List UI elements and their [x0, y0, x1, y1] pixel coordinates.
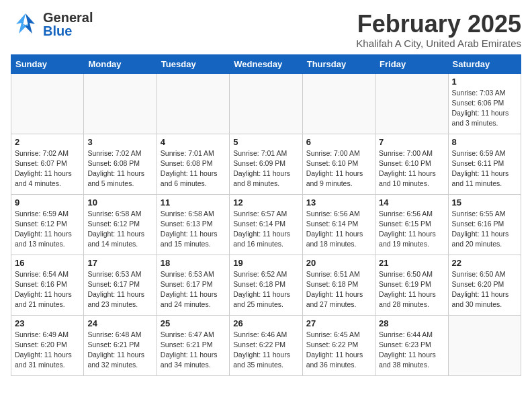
- logo: General Blue: [11, 11, 93, 38]
- month-title: February 2025: [356, 11, 521, 38]
- logo-bird-icon: [11, 11, 40, 38]
- day-info: Sunrise: 6:51 AM Sunset: 6:18 PM Dayligh…: [306, 269, 371, 310]
- title-section: February 2025 Khalifah A City, United Ar…: [356, 11, 521, 49]
- location-text: Khalifah A City, United Arab Emirates: [356, 38, 521, 49]
- calendar-day-cell: [302, 73, 375, 134]
- day-info: Sunrise: 6:46 AM Sunset: 6:22 PM Dayligh…: [233, 330, 298, 371]
- calendar-day-cell: [230, 73, 302, 134]
- day-number: 8: [452, 137, 517, 147]
- day-number: 27: [306, 318, 371, 328]
- calendar-week-row: 23Sunrise: 6:49 AM Sunset: 6:20 PM Dayli…: [11, 315, 521, 375]
- calendar-week-row: 9Sunrise: 6:59 AM Sunset: 6:12 PM Daylig…: [11, 194, 521, 255]
- day-info: Sunrise: 6:50 AM Sunset: 6:19 PM Dayligh…: [379, 269, 444, 310]
- calendar-day-cell: 12Sunrise: 6:57 AM Sunset: 6:14 PM Dayli…: [230, 194, 302, 255]
- day-info: Sunrise: 6:45 AM Sunset: 6:22 PM Dayligh…: [306, 330, 371, 371]
- day-info: Sunrise: 6:57 AM Sunset: 6:14 PM Dayligh…: [233, 209, 298, 250]
- day-info: Sunrise: 7:01 AM Sunset: 6:08 PM Dayligh…: [161, 148, 226, 189]
- day-info: Sunrise: 7:00 AM Sunset: 6:10 PM Dayligh…: [379, 148, 444, 189]
- day-number: 28: [379, 318, 444, 328]
- calendar-day-cell: 1Sunrise: 7:03 AM Sunset: 6:06 PM Daylig…: [448, 73, 521, 134]
- day-info: Sunrise: 7:03 AM Sunset: 6:06 PM Dayligh…: [452, 88, 517, 129]
- calendar-day-cell: 10Sunrise: 6:58 AM Sunset: 6:12 PM Dayli…: [84, 194, 157, 255]
- weekday-header-saturday: Saturday: [448, 54, 521, 73]
- calendar-day-cell: 2Sunrise: 7:02 AM Sunset: 6:07 PM Daylig…: [11, 134, 84, 194]
- day-number: 1: [452, 77, 517, 87]
- day-number: 3: [87, 137, 152, 147]
- calendar-day-cell: 7Sunrise: 7:00 AM Sunset: 6:10 PM Daylig…: [375, 134, 448, 194]
- calendar-day-cell: [11, 73, 84, 134]
- day-info: Sunrise: 6:52 AM Sunset: 6:18 PM Dayligh…: [233, 269, 298, 310]
- calendar-week-row: 2Sunrise: 7:02 AM Sunset: 6:07 PM Daylig…: [11, 134, 521, 194]
- calendar-day-cell: 11Sunrise: 6:58 AM Sunset: 6:13 PM Dayli…: [157, 194, 229, 255]
- day-number: 4: [161, 137, 226, 147]
- calendar-day-cell: 19Sunrise: 6:52 AM Sunset: 6:18 PM Dayli…: [230, 255, 302, 315]
- calendar-day-cell: 18Sunrise: 6:53 AM Sunset: 6:17 PM Dayli…: [157, 255, 229, 315]
- weekday-header-wednesday: Wednesday: [230, 54, 302, 73]
- calendar-day-cell: 24Sunrise: 6:48 AM Sunset: 6:21 PM Dayli…: [84, 315, 157, 375]
- weekday-header-friday: Friday: [375, 54, 448, 73]
- day-info: Sunrise: 6:53 AM Sunset: 6:17 PM Dayligh…: [161, 269, 226, 310]
- calendar-day-cell: [375, 73, 448, 134]
- day-number: 15: [452, 197, 517, 208]
- calendar-day-cell: [157, 73, 229, 134]
- day-info: Sunrise: 6:44 AM Sunset: 6:23 PM Dayligh…: [379, 330, 444, 371]
- day-number: 13: [306, 197, 371, 208]
- day-info: Sunrise: 7:00 AM Sunset: 6:10 PM Dayligh…: [306, 148, 371, 189]
- day-number: 11: [161, 197, 226, 208]
- calendar-day-cell: 3Sunrise: 7:02 AM Sunset: 6:08 PM Daylig…: [84, 134, 157, 194]
- calendar-day-cell: [84, 73, 157, 134]
- day-info: Sunrise: 6:56 AM Sunset: 6:15 PM Dayligh…: [379, 209, 444, 250]
- day-info: Sunrise: 6:59 AM Sunset: 6:11 PM Dayligh…: [452, 148, 517, 189]
- day-number: 9: [15, 197, 80, 208]
- day-info: Sunrise: 7:02 AM Sunset: 6:08 PM Dayligh…: [87, 148, 152, 189]
- day-number: 2: [15, 137, 80, 147]
- day-number: 23: [15, 318, 80, 328]
- logo-blue-text: Blue: [43, 24, 93, 38]
- day-info: Sunrise: 6:58 AM Sunset: 6:13 PM Dayligh…: [161, 209, 226, 250]
- calendar-day-cell: 8Sunrise: 6:59 AM Sunset: 6:11 PM Daylig…: [448, 134, 521, 194]
- calendar-day-cell: 6Sunrise: 7:00 AM Sunset: 6:10 PM Daylig…: [302, 134, 375, 194]
- day-number: 12: [233, 197, 298, 208]
- calendar-day-cell: 27Sunrise: 6:45 AM Sunset: 6:22 PM Dayli…: [302, 315, 375, 375]
- weekday-header-thursday: Thursday: [302, 54, 375, 73]
- day-number: 14: [379, 197, 444, 208]
- page-header: General Blue February 2025 Khalifah A Ci…: [11, 11, 521, 49]
- day-number: 7: [379, 137, 444, 147]
- logo-general-text: General: [43, 11, 93, 24]
- calendar-day-cell: 23Sunrise: 6:49 AM Sunset: 6:20 PM Dayli…: [11, 315, 84, 375]
- day-number: 10: [87, 197, 152, 208]
- day-info: Sunrise: 6:56 AM Sunset: 6:14 PM Dayligh…: [306, 209, 371, 250]
- weekday-header-tuesday: Tuesday: [157, 54, 229, 73]
- day-number: 17: [87, 258, 152, 268]
- calendar-day-cell: 22Sunrise: 6:50 AM Sunset: 6:20 PM Dayli…: [448, 255, 521, 315]
- day-info: Sunrise: 6:58 AM Sunset: 6:12 PM Dayligh…: [87, 209, 152, 250]
- calendar-week-row: 1Sunrise: 7:03 AM Sunset: 6:06 PM Daylig…: [11, 73, 521, 134]
- day-number: 6: [306, 137, 371, 147]
- calendar-day-cell: 16Sunrise: 6:54 AM Sunset: 6:16 PM Dayli…: [11, 255, 84, 315]
- calendar-day-cell: 26Sunrise: 6:46 AM Sunset: 6:22 PM Dayli…: [230, 315, 302, 375]
- calendar-day-cell: 28Sunrise: 6:44 AM Sunset: 6:23 PM Dayli…: [375, 315, 448, 375]
- day-info: Sunrise: 6:49 AM Sunset: 6:20 PM Dayligh…: [15, 330, 80, 371]
- weekday-header-monday: Monday: [84, 54, 157, 73]
- calendar-day-cell: 25Sunrise: 6:47 AM Sunset: 6:21 PM Dayli…: [157, 315, 229, 375]
- calendar-day-cell: 9Sunrise: 6:59 AM Sunset: 6:12 PM Daylig…: [11, 194, 84, 255]
- calendar-day-cell: 21Sunrise: 6:50 AM Sunset: 6:19 PM Dayli…: [375, 255, 448, 315]
- calendar-table: SundayMondayTuesdayWednesdayThursdayFrid…: [11, 54, 521, 376]
- day-info: Sunrise: 6:59 AM Sunset: 6:12 PM Dayligh…: [15, 209, 80, 250]
- calendar-day-cell: 20Sunrise: 6:51 AM Sunset: 6:18 PM Dayli…: [302, 255, 375, 315]
- calendar-day-cell: 13Sunrise: 6:56 AM Sunset: 6:14 PM Dayli…: [302, 194, 375, 255]
- calendar-day-cell: [448, 315, 521, 375]
- day-info: Sunrise: 6:50 AM Sunset: 6:20 PM Dayligh…: [452, 269, 517, 310]
- day-number: 19: [233, 258, 298, 268]
- day-info: Sunrise: 6:48 AM Sunset: 6:21 PM Dayligh…: [87, 330, 152, 371]
- calendar-day-cell: 14Sunrise: 6:56 AM Sunset: 6:15 PM Dayli…: [375, 194, 448, 255]
- calendar-day-cell: 15Sunrise: 6:55 AM Sunset: 6:16 PM Dayli…: [448, 194, 521, 255]
- day-info: Sunrise: 6:54 AM Sunset: 6:16 PM Dayligh…: [15, 269, 80, 310]
- day-number: 26: [233, 318, 298, 328]
- calendar-day-cell: 17Sunrise: 6:53 AM Sunset: 6:17 PM Dayli…: [84, 255, 157, 315]
- day-number: 24: [87, 318, 152, 328]
- day-info: Sunrise: 7:02 AM Sunset: 6:07 PM Dayligh…: [15, 148, 80, 189]
- day-number: 5: [233, 137, 298, 147]
- day-number: 21: [379, 258, 444, 268]
- day-info: Sunrise: 6:53 AM Sunset: 6:17 PM Dayligh…: [87, 269, 152, 310]
